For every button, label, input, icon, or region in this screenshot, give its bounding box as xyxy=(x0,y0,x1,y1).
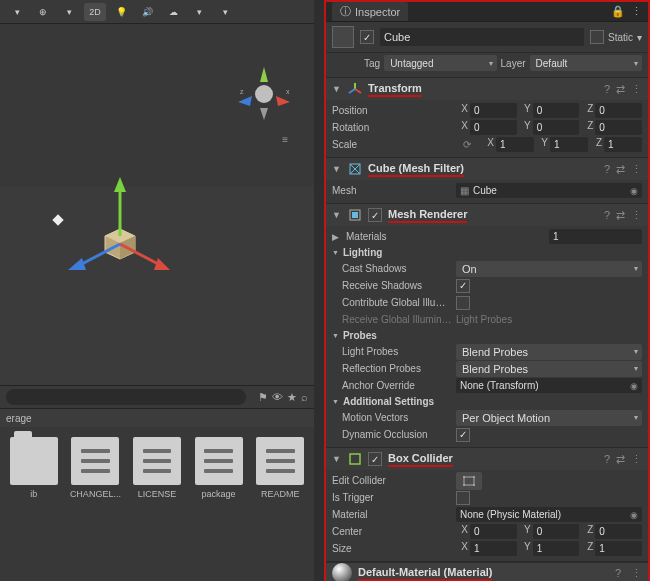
project-search[interactable] xyxy=(6,389,246,405)
scale-x[interactable]: 1 xyxy=(496,137,534,152)
scene-viewport[interactable]: x z ≡ xyxy=(0,24,314,385)
asset-changelog[interactable]: CHANGEL... xyxy=(68,437,124,571)
star-icon[interactable]: ★ xyxy=(287,391,297,404)
inspector-tab[interactable]: ⓘ Inspector xyxy=(332,2,408,21)
rotation-y[interactable]: 0 xyxy=(533,120,580,135)
svg-marker-3 xyxy=(238,96,252,106)
menu-icon[interactable]: ⋮ xyxy=(631,209,642,222)
viewport-dropdown[interactable]: ▾ xyxy=(6,3,28,21)
asset-license[interactable]: LICENSE xyxy=(129,437,185,571)
scale-z[interactable]: 1 xyxy=(604,137,642,152)
position-x[interactable]: 0 xyxy=(470,103,517,118)
svg-line-18 xyxy=(355,89,361,93)
pivot-icon[interactable]: ⊕ xyxy=(32,3,54,21)
size-y[interactable]: 1 xyxy=(533,541,580,556)
scene-scrollbar[interactable] xyxy=(314,0,324,581)
static-dropdown-icon[interactable]: ▾ xyxy=(637,32,642,43)
materials-fold-icon[interactable]: ▶ xyxy=(332,232,342,242)
light-icon[interactable]: 💡 xyxy=(110,3,132,21)
scale-y[interactable]: 1 xyxy=(550,137,588,152)
meshfilter-header[interactable]: ▼ Cube (Mesh Filter) ?⇄⋮ xyxy=(326,158,648,180)
scale-link-icon[interactable]: ⟳ xyxy=(456,139,478,150)
material-menu-icon[interactable]: ⋮ xyxy=(631,567,642,580)
boxcollider-header[interactable]: ▼ ✓ Box Collider ?⇄⋮ xyxy=(326,448,648,470)
lighting-section[interactable]: Lighting xyxy=(332,247,642,258)
physmat-field[interactable]: None (Physic Material) xyxy=(456,507,642,522)
help-icon[interactable]: ? xyxy=(604,83,610,96)
fold-icon[interactable]: ▼ xyxy=(332,210,342,220)
material-help-icon[interactable]: ? xyxy=(615,567,621,579)
help-icon[interactable]: ? xyxy=(604,453,610,466)
transform-gizmo[interactable] xyxy=(50,174,170,294)
material-header[interactable]: Default-Material (Material) ? ⋮ xyxy=(326,562,648,581)
audio-icon[interactable]: 🔊 xyxy=(136,3,158,21)
tag-dropdown[interactable]: Untagged xyxy=(384,55,496,71)
tab-menu-icon[interactable]: ⋮ xyxy=(631,5,642,18)
size-z[interactable]: 1 xyxy=(595,541,642,556)
fold-icon[interactable]: ▼ xyxy=(332,84,342,94)
position-z[interactable]: 0 xyxy=(595,103,642,118)
dynocclusion-checkbox[interactable]: ✓ xyxy=(456,428,470,442)
asset-folder[interactable]: ib xyxy=(6,437,62,571)
lock-icon[interactable]: 🔒 xyxy=(611,5,625,18)
asset-package[interactable]: package xyxy=(191,437,247,571)
rotation-x[interactable]: 0 xyxy=(470,120,517,135)
help-icon[interactable]: ? xyxy=(604,163,610,176)
enabled-checkbox[interactable]: ✓ xyxy=(360,30,374,44)
layer-dropdown[interactable]: Default xyxy=(530,55,642,71)
anchoroverride-field[interactable]: None (Transform) xyxy=(456,378,642,393)
additional-section[interactable]: Additional Settings xyxy=(332,396,642,407)
project-breadcrumb[interactable]: erage xyxy=(0,409,314,427)
fold-icon[interactable]: ▼ xyxy=(332,164,342,174)
editcollider-button[interactable] xyxy=(456,472,482,490)
shading-toggle-2d[interactable]: 2D xyxy=(84,3,106,21)
materials-row[interactable]: ▶ Materials 1 xyxy=(332,228,642,245)
help-icon[interactable]: ? xyxy=(604,209,610,222)
center-x[interactable]: 0 xyxy=(470,524,517,539)
cube-icon[interactable] xyxy=(332,26,354,48)
orientation-gizmo[interactable]: x z xyxy=(234,64,294,124)
position-y[interactable]: 0 xyxy=(533,103,580,118)
slider-icon[interactable]: ⌕ xyxy=(301,391,308,404)
menu-icon[interactable]: ⋮ xyxy=(631,453,642,466)
static-toggle[interactable]: Static ▾ xyxy=(590,30,642,44)
svg-rect-25 xyxy=(350,454,360,464)
materials-count[interactable]: 1 xyxy=(549,229,642,244)
filter-icon[interactable]: ⚑ xyxy=(258,391,268,404)
menu-icon[interactable]: ⋮ xyxy=(631,163,642,176)
info-icon: ⓘ xyxy=(340,4,351,19)
camera-icon[interactable]: ▾ xyxy=(188,3,210,21)
preset-icon[interactable]: ⇄ xyxy=(616,453,625,466)
asset-label: package xyxy=(202,489,236,499)
istrigger-checkbox[interactable] xyxy=(456,491,470,505)
boxcollider-enabled[interactable]: ✓ xyxy=(368,452,382,466)
preset-icon[interactable]: ⇄ xyxy=(616,163,625,176)
center-z[interactable]: 0 xyxy=(595,524,642,539)
handle-icon[interactable]: ▾ xyxy=(58,3,80,21)
fold-icon[interactable]: ▼ xyxy=(332,454,342,464)
mesh-field[interactable]: ▦Cube xyxy=(456,183,642,198)
motionvectors-dropdown[interactable]: Per Object Motion xyxy=(456,410,642,426)
lightprobes-dropdown[interactable]: Blend Probes xyxy=(456,344,642,360)
preset-icon[interactable]: ⇄ xyxy=(616,209,625,222)
rotation-z[interactable]: 0 xyxy=(595,120,642,135)
center-y[interactable]: 0 xyxy=(533,524,580,539)
sky-icon[interactable]: ☁ xyxy=(162,3,184,21)
meshrenderer-header[interactable]: ▼ ✓ Mesh Renderer ?⇄⋮ xyxy=(326,204,648,226)
receiveshadows-checkbox[interactable]: ✓ xyxy=(456,279,470,293)
probes-section[interactable]: Probes xyxy=(332,330,642,341)
transform-header[interactable]: ▼ Transform ?⇄⋮ xyxy=(326,78,648,100)
preset-icon[interactable]: ⇄ xyxy=(616,83,625,96)
static-checkbox[interactable] xyxy=(590,30,604,44)
gizmo-icon[interactable]: ▾ xyxy=(214,3,236,21)
meshrenderer-enabled[interactable]: ✓ xyxy=(368,208,382,222)
contributegi-checkbox[interactable] xyxy=(456,296,470,310)
projection-label[interactable]: ≡ xyxy=(282,134,288,145)
object-name-field[interactable]: Cube xyxy=(380,28,584,46)
menu-icon[interactable]: ⋮ xyxy=(631,83,642,96)
castshadows-dropdown[interactable]: On xyxy=(456,261,642,277)
reflectionprobes-dropdown[interactable]: Blend Probes xyxy=(456,361,642,377)
visibility-icon[interactable]: 👁 xyxy=(272,391,283,404)
size-x[interactable]: 1 xyxy=(470,541,517,556)
asset-readme[interactable]: README xyxy=(252,437,308,571)
